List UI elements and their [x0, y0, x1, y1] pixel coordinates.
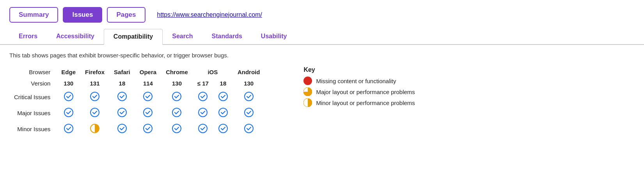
- key-item-minor: Minor layout or performance problems: [303, 98, 415, 107]
- key-item-critical: Missing content or functionality: [303, 77, 415, 85]
- svg-point-21: [199, 124, 207, 133]
- major-edge: [57, 105, 80, 121]
- critical-ios-new: [213, 89, 233, 105]
- label-major: Major Issues: [9, 105, 57, 121]
- svg-point-14: [219, 108, 227, 117]
- major-chrome: [161, 105, 193, 121]
- tab-accessibility[interactable]: Accessibility: [47, 29, 104, 45]
- svg-point-16: [64, 124, 73, 133]
- key-red-icon: [303, 77, 312, 85]
- tab-description: This tab shows pages that exhibit browse…: [0, 45, 644, 62]
- version-opera: 114: [135, 78, 161, 89]
- svg-point-20: [172, 124, 181, 133]
- label-minor: Minor Issues: [9, 121, 57, 137]
- critical-ios-old: [193, 89, 213, 105]
- version-android: 130: [233, 78, 265, 89]
- svg-point-24: [303, 77, 312, 85]
- svg-point-18: [118, 124, 126, 133]
- site-link[interactable]: https://www.searchenginejournal.com/: [157, 11, 262, 18]
- browser-android: Android: [233, 66, 265, 78]
- svg-point-0: [64, 92, 73, 101]
- svg-point-13: [199, 108, 207, 117]
- svg-point-19: [144, 124, 152, 133]
- svg-point-9: [90, 108, 99, 117]
- tab-usability[interactable]: Usability: [252, 29, 296, 45]
- label-critical: Critical Issues: [9, 89, 57, 105]
- minor-android: [233, 121, 265, 137]
- browser-opera: Opera: [135, 66, 161, 78]
- major-safari: [109, 105, 135, 121]
- version-firefox: 131: [80, 78, 109, 89]
- key-item-major: Major layout or performance problems: [303, 87, 415, 96]
- svg-point-6: [219, 92, 227, 101]
- browser-safari: Safari: [109, 66, 135, 78]
- svg-point-8: [64, 108, 73, 117]
- svg-point-23: [245, 124, 253, 133]
- svg-point-15: [245, 108, 253, 117]
- critical-safari: [109, 89, 135, 105]
- minor-safari: [109, 121, 135, 137]
- key-major-icon: [303, 87, 312, 96]
- minor-firefox: [80, 121, 109, 137]
- minor-ios-old: [193, 121, 213, 137]
- browser-chrome: Chrome: [161, 66, 193, 78]
- critical-firefox: [80, 89, 109, 105]
- major-ios-new: [213, 105, 233, 121]
- key-section: Key Missing content or functionality Maj…: [288, 66, 415, 109]
- version-col-label: Version: [9, 78, 57, 89]
- minor-chrome: [161, 121, 193, 137]
- version-ios-old: ≤ 17: [193, 78, 213, 89]
- browser-ios: iOS: [193, 66, 233, 78]
- key-minor-icon: [303, 98, 312, 107]
- top-bar: Summary Issues Pages https://www.searche…: [0, 0, 644, 28]
- critical-chrome: [161, 89, 193, 105]
- svg-point-2: [118, 92, 126, 101]
- svg-point-5: [199, 92, 207, 101]
- svg-point-3: [144, 92, 152, 101]
- critical-android: [233, 89, 265, 105]
- tab-standards[interactable]: Standards: [202, 29, 252, 45]
- browser-table: Browser Edge Firefox Safari Opera Chrome…: [9, 66, 264, 137]
- minor-opera: [135, 121, 161, 137]
- major-opera: [135, 105, 161, 121]
- tab-search[interactable]: Search: [163, 29, 202, 45]
- key-label-major: Major layout or performance problems: [316, 89, 415, 95]
- major-android: [233, 105, 265, 121]
- svg-point-7: [245, 92, 253, 101]
- tabs-bar: Errors Accessibility Compatibility Searc…: [0, 28, 644, 45]
- compat-table: Browser Edge Firefox Safari Opera Chrome…: [0, 62, 644, 145]
- major-firefox: [80, 105, 109, 121]
- key-title: Key: [303, 66, 415, 73]
- svg-point-22: [219, 124, 227, 133]
- version-ios-new: 18: [213, 78, 233, 89]
- svg-point-4: [172, 92, 181, 101]
- key-label-critical: Missing content or functionality: [316, 78, 396, 84]
- svg-point-10: [118, 108, 126, 117]
- critical-opera: [135, 89, 161, 105]
- pages-button[interactable]: Pages: [107, 7, 145, 23]
- minor-edge: [57, 121, 80, 137]
- key-label-minor: Minor layout or performance problems: [316, 100, 415, 106]
- row-critical: Critical Issues: [9, 89, 264, 105]
- version-edge: 130: [57, 78, 80, 89]
- browser-edge: Edge: [57, 66, 80, 78]
- svg-point-11: [144, 108, 152, 117]
- svg-point-1: [90, 92, 99, 101]
- svg-point-12: [172, 108, 181, 117]
- issues-button[interactable]: Issues: [63, 7, 102, 23]
- version-chrome: 130: [161, 78, 193, 89]
- row-minor: Minor Issues: [9, 121, 264, 137]
- critical-edge: [57, 89, 80, 105]
- row-major: Major Issues: [9, 105, 264, 121]
- summary-button[interactable]: Summary: [9, 7, 58, 23]
- minor-ios-new: [213, 121, 233, 137]
- version-safari: 18: [109, 78, 135, 89]
- tab-compatibility[interactable]: Compatibility: [104, 29, 163, 45]
- tab-errors[interactable]: Errors: [9, 29, 47, 45]
- browser-col-label: Browser: [9, 66, 57, 78]
- major-ios-old: [193, 105, 213, 121]
- browser-firefox: Firefox: [80, 66, 109, 78]
